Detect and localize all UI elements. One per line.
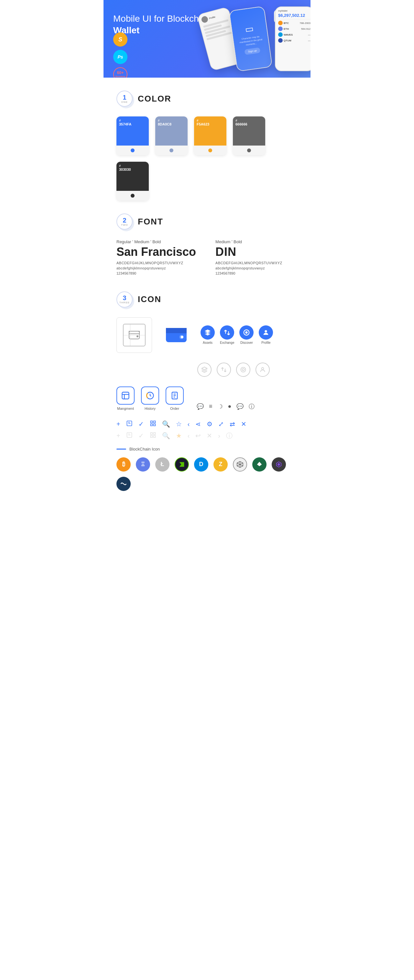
icon-check-gray: ✓: [139, 432, 144, 439]
svg-rect-24: [150, 421, 152, 423]
icon-history-label: History: [145, 407, 156, 410]
icon-history-circle: [141, 387, 159, 405]
icon-outline-profile: [256, 363, 270, 377]
blockchain-line: [116, 449, 126, 450]
hero-section: Mobile UI for Blockchain Wallet UI Kit S…: [104, 0, 310, 78]
blockchain-label-text: BlockChain Icon: [129, 447, 160, 452]
color-card-gray: # 666666: [233, 116, 265, 155]
icon-star[interactable]: ☆: [176, 420, 182, 428]
icon-search[interactable]: 🔍: [162, 420, 170, 428]
discover-outline-icon: [240, 366, 247, 373]
icon-profile-circle: [259, 325, 273, 340]
matic-icon: [275, 461, 282, 468]
icon-grid-inner: [123, 324, 145, 347]
icon-info: ⓘ: [249, 402, 255, 410]
color-title: COLOR: [138, 94, 171, 104]
color-card-orange: # F5A623: [194, 116, 226, 155]
crypto-waves: [116, 477, 131, 491]
wallet-outline-svg: [128, 329, 141, 342]
icon-order: Order: [166, 387, 184, 410]
color-swatches-row: # 3574FA # 8DA0C8 # F5A623 # 666666: [116, 116, 298, 200]
icon-section: 3 THREE ICON: [104, 285, 310, 514]
icon-nav-exchange: Exchange: [220, 325, 234, 344]
icon-outline-exchange: [217, 363, 231, 377]
svg-point-14: [262, 368, 264, 370]
icon-nav-discover: Discover: [239, 325, 253, 344]
small-icons-row-1: + ✓ 🔍 ☆ ‹ ⋖ ⚙ ⤢ ⇄ ✕: [116, 420, 298, 428]
icon-qr[interactable]: [150, 420, 156, 428]
icon-filled-box: [158, 317, 194, 353]
crypto-zcash: Z: [213, 457, 228, 472]
icon-outline-profile-circle: [256, 363, 270, 377]
icon-qr-gray: [150, 432, 156, 440]
font-col-din: Medium ' Bold DIN ABCDEFGHIJKLMNOPQRSTUV…: [215, 239, 282, 275]
icon-next-gray: ›: [218, 432, 220, 439]
svg-rect-1: [129, 331, 139, 334]
svg-point-12: [241, 367, 246, 372]
svg-rect-30: [153, 433, 155, 434]
grid-crypto-svg: [236, 461, 244, 468]
svg-rect-32: [153, 435, 155, 437]
neo-icon-svg: [178, 461, 185, 468]
icon-export[interactable]: ⤢: [218, 420, 224, 428]
icon-info-gray: ⓘ: [226, 431, 232, 440]
icon-title: ICON: [138, 294, 161, 304]
svg-point-13: [242, 368, 245, 371]
icon-outline-discover-circle: [236, 363, 250, 377]
font-din-lowercase: abcdefghijklmnopqrstuvwxyz: [215, 266, 282, 270]
icon-outline-discover: [236, 363, 250, 377]
crypto-neo: [175, 457, 189, 472]
crypto-grid: [233, 457, 247, 472]
icon-exchange-label: Exchange: [220, 341, 234, 344]
icon-chat2: 💬: [236, 403, 244, 410]
badge-ps: Ps: [113, 50, 127, 64]
svg-rect-25: [153, 421, 155, 423]
font-din-name: DIN: [215, 245, 282, 258]
profile-icon: [262, 329, 269, 336]
icon-moon: ☽: [218, 403, 223, 410]
icon-chat: 💬: [197, 403, 204, 410]
wallet-filled-svg: [163, 322, 189, 348]
assets-outline-icon: [201, 366, 208, 373]
icon-back[interactable]: ‹: [188, 420, 190, 428]
svg-point-8: [181, 336, 183, 338]
crypto-stratis: [252, 457, 266, 472]
icon-plus[interactable]: +: [116, 420, 120, 428]
badge-sketch: S: [113, 32, 127, 46]
font-sf-name: San Francisco: [116, 245, 196, 258]
color-section-header: 1 ONE COLOR: [116, 91, 298, 107]
icon-doc-gray: [126, 432, 132, 440]
svg-rect-15: [122, 392, 129, 399]
icon-nav-outline-row: [197, 363, 298, 377]
font-din-numbers: 1234567890: [215, 271, 282, 275]
waves-icon: [120, 480, 127, 487]
icon-assets-label: Assets: [203, 341, 212, 344]
color-number: 1 ONE: [116, 91, 132, 107]
color-section: 1 ONE COLOR # 3574FA # 8DA0C8 # F5A623: [104, 78, 310, 207]
svg-marker-37: [277, 463, 280, 466]
font-row: Regular ' Medium ' Bold San Francisco AB…: [116, 239, 298, 275]
icon-check[interactable]: ✓: [139, 420, 144, 428]
svg-rect-0: [129, 331, 139, 339]
discover-icon: [243, 329, 250, 336]
icon-discover-circle: [239, 325, 253, 340]
exchange-icon: [223, 329, 231, 336]
icon-circle-dot: ●: [228, 403, 232, 410]
font-sf-style: Regular ' Medium ' Bold: [116, 239, 196, 244]
icon-share[interactable]: ⋖: [195, 420, 201, 428]
icon-profile-label: Profile: [261, 341, 271, 344]
icon-assets-circle: [201, 325, 215, 340]
icon-settings[interactable]: ⚙: [207, 420, 212, 428]
icon-close[interactable]: ✕: [241, 420, 247, 428]
icon-swap[interactable]: ⇄: [230, 420, 235, 428]
icon-doc-edit[interactable]: [126, 420, 132, 428]
icon-discover-label: Discover: [240, 341, 253, 344]
color-card-dark: # 303030: [116, 162, 149, 200]
font-sf-lowercase: abcdefghijklmnopqrstuvwxyz: [116, 266, 196, 270]
icon-share-gray: ↩: [195, 432, 201, 439]
icon-management-circle: [116, 387, 135, 405]
color-card-slate: # 8DA0C8: [155, 116, 188, 155]
icon-nav-assets: Assets: [201, 325, 215, 344]
svg-point-2: [137, 336, 139, 337]
svg-rect-5: [166, 328, 186, 333]
